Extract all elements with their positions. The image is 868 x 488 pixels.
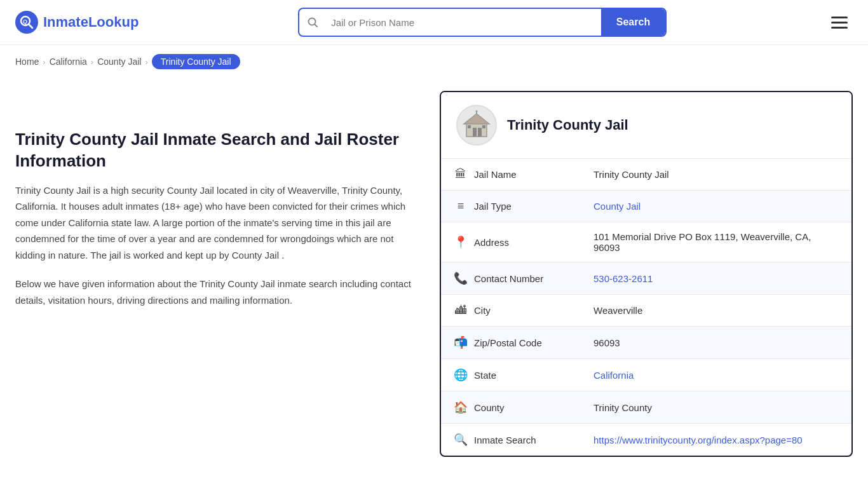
table-row: 🏠CountyTrinity County [441, 391, 851, 424]
hamburger-line-2 [831, 22, 848, 24]
table-row: 📍Address101 Memorial Drive PO Box 1119, … [441, 222, 851, 262]
row-label: 🏛Jail Name [441, 159, 581, 191]
search-button[interactable]: Search [601, 9, 665, 36]
breadcrumb-home[interactable]: Home [15, 57, 39, 67]
breadcrumb-current: Trinity County Jail [152, 54, 240, 69]
info-card: Trinity County Jail 🏛Jail NameTrinity Co… [440, 91, 853, 457]
row-link[interactable]: https://www.trinitycounty.org/index.aspx… [593, 435, 803, 445]
breadcrumb-chevron-2: › [91, 57, 93, 67]
row-label: 📬Zip/Postal Code [441, 327, 581, 359]
row-link[interactable]: 530-623-2611 [593, 273, 653, 284]
table-row: ≡Jail TypeCounty Jail [441, 191, 851, 222]
svg-point-12 [476, 111, 478, 112]
row-value[interactable]: 530-623-2611 [581, 262, 851, 295]
row-icon: 🌐 [454, 368, 468, 382]
row-value: Trinity County [581, 391, 851, 424]
row-value[interactable]: https://www.trinitycounty.org/index.aspx… [581, 424, 851, 456]
svg-rect-8 [478, 128, 482, 137]
info-table: 🏛Jail NameTrinity County Jail≡Jail TypeC… [441, 158, 851, 456]
row-icon: 🏠 [454, 400, 468, 414]
svg-line-1 [29, 25, 33, 29]
breadcrumb-chevron-3: › [145, 57, 147, 67]
svg-line-4 [315, 25, 318, 27]
description-1: Trinity County Jail is a high security C… [15, 182, 419, 264]
row-label: 🏙City [441, 295, 581, 327]
main-layout: Trinity County Jail Inmate Search and Ja… [0, 78, 868, 482]
hamburger-line-3 [831, 27, 848, 29]
logo[interactable]: Q InmateLookup [15, 11, 139, 34]
row-label: 📍Address [441, 222, 581, 262]
table-row: 📬Zip/Postal Code96093 [441, 327, 851, 359]
row-icon: 📍 [454, 235, 468, 249]
table-row: 📞Contact Number530-623-2611 [441, 262, 851, 295]
breadcrumb: Home › California › County Jail › Trinit… [0, 45, 868, 78]
row-label: 🔍Inmate Search [441, 424, 581, 456]
row-label: ≡Jail Type [441, 191, 581, 222]
row-value[interactable]: California [581, 359, 851, 391]
table-row: 🏙CityWeaverville [441, 295, 851, 327]
row-label: 📞Contact Number [441, 262, 581, 295]
row-value[interactable]: County Jail [581, 191, 851, 222]
row-icon: 📞 [454, 271, 468, 285]
svg-text:Q: Q [23, 18, 27, 25]
row-icon: ≡ [454, 200, 468, 213]
row-link[interactable]: California [593, 370, 634, 381]
header: Q InmateLookup Search [0, 0, 868, 45]
row-icon: 🏛 [454, 168, 468, 181]
card-header: Trinity County Jail [441, 92, 851, 158]
row-link[interactable]: County Jail [593, 201, 641, 212]
breadcrumb-chevron-1: › [43, 57, 45, 67]
svg-rect-10 [482, 125, 485, 128]
search-input[interactable] [326, 11, 601, 34]
row-icon: 🔍 [454, 433, 468, 447]
row-icon: 🏙 [454, 304, 468, 317]
logo-text: InmateLookup [43, 14, 139, 30]
search-bar-icon [299, 17, 326, 28]
breadcrumb-state[interactable]: California [50, 57, 87, 67]
table-row: 🔍Inmate Searchhttps://www.trinitycounty.… [441, 424, 851, 456]
hamburger-menu[interactable] [826, 11, 853, 34]
search-bar: Search [298, 8, 667, 37]
svg-rect-9 [468, 125, 471, 128]
row-value: 96093 [581, 327, 851, 359]
breadcrumb-section[interactable]: County Jail [97, 57, 141, 67]
row-value: 101 Memorial Drive PO Box 1119, Weavervi… [581, 222, 851, 262]
table-row: 🌐StateCalifornia [441, 359, 851, 391]
hamburger-line-1 [831, 17, 848, 18]
facility-avatar [456, 105, 497, 146]
row-icon: 📬 [454, 336, 468, 349]
svg-marker-6 [464, 114, 489, 124]
facility-name: Trinity County Jail [507, 117, 628, 133]
table-row: 🏛Jail NameTrinity County Jail [441, 159, 851, 191]
row-label: 🌐State [441, 359, 581, 391]
left-content: Trinity County Jail Inmate Search and Ja… [15, 91, 419, 321]
svg-rect-7 [473, 128, 477, 137]
description-2: Below we have given information about th… [15, 276, 419, 308]
row-value: Weaverville [581, 295, 851, 327]
page-title: Trinity County Jail Inmate Search and Ja… [15, 129, 419, 172]
row-label: 🏠County [441, 391, 581, 424]
logo-icon: Q [15, 11, 38, 34]
row-value: Trinity County Jail [581, 159, 851, 191]
